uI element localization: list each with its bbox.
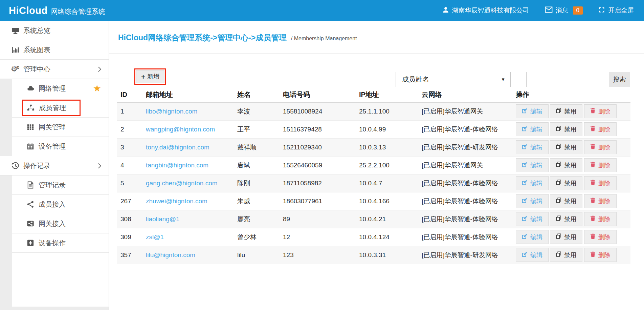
disable-label: 禁用 bbox=[564, 233, 576, 241]
member-ip: 10.0.4.7 bbox=[356, 174, 418, 192]
member-name: 廖亮 bbox=[234, 210, 280, 228]
member-id: 308 bbox=[117, 210, 142, 228]
messages-menu[interactable]: 消息 0 bbox=[545, 6, 583, 15]
member-email-link[interactable]: liaoliang@1 bbox=[146, 215, 180, 223]
account-menu[interactable]: 湖南华辰智通科技有限公司 bbox=[442, 6, 529, 15]
member-phone: 89 bbox=[280, 210, 356, 228]
sidebar-item-network-management[interactable]: 网络管理 ★ bbox=[12, 79, 109, 98]
messages-badge: 0 bbox=[573, 6, 583, 15]
page-title: HiCloud网络综合管理系统->管理中心->成员管理 bbox=[118, 33, 287, 42]
edit-button[interactable]: 编辑 bbox=[516, 176, 549, 190]
search-input[interactable] bbox=[526, 72, 609, 87]
delete-button[interactable]: 删除 bbox=[584, 194, 617, 208]
column-header-network: 云网络 bbox=[418, 87, 512, 102]
delete-button[interactable]: 删除 bbox=[584, 176, 617, 190]
delete-button[interactable]: 删除 bbox=[584, 122, 617, 136]
member-email-link[interactable]: libo@hignton.com bbox=[146, 108, 197, 115]
search-button[interactable]: 搜索 bbox=[609, 72, 630, 87]
edit-button[interactable]: 编辑 bbox=[516, 140, 549, 154]
fullscreen-toggle[interactable]: 开启全屏 bbox=[598, 6, 634, 15]
disable-button[interactable]: 禁用 bbox=[550, 248, 582, 262]
member-email-link[interactable]: lilu@hignton.com bbox=[146, 251, 195, 259]
edit-button[interactable]: 编辑 bbox=[516, 122, 549, 136]
disable-button[interactable]: 禁用 bbox=[550, 104, 582, 118]
edit-label: 编辑 bbox=[530, 251, 542, 259]
delete-button[interactable]: 删除 bbox=[584, 248, 617, 262]
sidebar-item-management-center[interactable]: ⚙⚙ 管理中心 bbox=[0, 60, 109, 79]
member-email-link[interactable]: gang.chen@hignton.com bbox=[146, 180, 218, 187]
clone-icon bbox=[556, 233, 561, 241]
edit-button[interactable]: 编辑 bbox=[516, 212, 549, 226]
sidebar-item-label: 设备操作 bbox=[39, 239, 66, 248]
sidebar-item-member-management[interactable]: 成员管理 bbox=[12, 98, 109, 118]
member-phone: 18711058982 bbox=[280, 174, 356, 192]
edit-icon bbox=[522, 162, 528, 169]
file-icon bbox=[25, 181, 36, 189]
disable-button[interactable]: 禁用 bbox=[550, 140, 582, 154]
add-member-button[interactable]: + 新增 bbox=[136, 70, 164, 83]
disable-button[interactable]: 禁用 bbox=[550, 158, 582, 172]
submenu-operation-records: 管理记录 成员接入 网关接入 设备操作 bbox=[0, 175, 109, 310]
clone-icon bbox=[556, 108, 561, 115]
sidebar-item-system-overview[interactable]: 系统总览 bbox=[0, 21, 109, 40]
expand-icon bbox=[598, 6, 605, 15]
edit-label: 编辑 bbox=[530, 197, 542, 205]
delete-label: 删除 bbox=[598, 143, 610, 151]
member-email-link[interactable]: wangping@hignton.com bbox=[146, 126, 215, 133]
member-phone: 15211029340 bbox=[280, 138, 356, 156]
delete-button[interactable]: 删除 bbox=[584, 104, 617, 118]
fullscreen-label: 开启全屏 bbox=[608, 6, 634, 15]
chevron-right-icon bbox=[96, 163, 102, 168]
member-ip: 10.0.4.124 bbox=[356, 228, 418, 246]
delete-button[interactable]: 删除 bbox=[584, 230, 617, 244]
delete-button[interactable]: 删除 bbox=[584, 140, 617, 154]
edit-button[interactable]: 编辑 bbox=[516, 194, 549, 208]
sidebar-item-member-access[interactable]: 成员接入 bbox=[12, 195, 109, 214]
filter-field-select[interactable]: 成员姓名 ▼ bbox=[396, 72, 511, 87]
envelope-icon bbox=[545, 6, 553, 15]
clone-icon bbox=[556, 144, 561, 151]
member-network: [已启用]华辰智通网关 bbox=[418, 102, 512, 120]
messages-label: 消息 bbox=[556, 6, 569, 15]
sidebar-item-gateway-management[interactable]: 网关管理 bbox=[12, 118, 109, 137]
delete-button[interactable]: 删除 bbox=[584, 212, 617, 226]
member-email-link[interactable]: zsl@1 bbox=[146, 233, 164, 241]
edit-label: 编辑 bbox=[530, 161, 542, 169]
disable-button[interactable]: 禁用 bbox=[550, 122, 582, 136]
member-name: lilu bbox=[234, 246, 280, 264]
disable-button[interactable]: 禁用 bbox=[550, 230, 582, 244]
disable-button[interactable]: 禁用 bbox=[550, 194, 582, 208]
sidebar-item-gateway-access[interactable]: 网关接入 bbox=[12, 214, 109, 233]
sidebar-item-management-records[interactable]: 管理记录 bbox=[12, 175, 109, 195]
column-header-phone: 电话号码 bbox=[280, 87, 356, 102]
member-email-link[interactable]: tony.dai@hignton.com bbox=[146, 144, 209, 151]
edit-button[interactable]: 编辑 bbox=[516, 230, 549, 244]
sidebar-item-label: 操作记录 bbox=[23, 161, 50, 170]
table-row: 3 tony.dai@hignton.com 戴祥顺 15211029340 1… bbox=[117, 138, 630, 156]
share-icon bbox=[25, 201, 36, 208]
trash-icon bbox=[590, 251, 596, 259]
edit-label: 编辑 bbox=[530, 107, 542, 116]
app-logo[interactable]: HiCloud 网络综合管理系统 bbox=[9, 5, 105, 16]
sidebar-item-operation-records[interactable]: 操作记录 bbox=[0, 156, 109, 175]
sidebar-item-device-management[interactable]: 设备管理 bbox=[12, 137, 109, 156]
edit-button[interactable]: 编辑 bbox=[516, 248, 549, 262]
sidebar-filler bbox=[12, 253, 109, 307]
sidebar-item-system-charts[interactable]: 系统图表 bbox=[0, 40, 109, 60]
member-email-link[interactable]: tangbin@hignton.com bbox=[146, 162, 208, 169]
edit-button[interactable]: 编辑 bbox=[516, 104, 549, 118]
sidebar-item-device-operation[interactable]: 设备操作 bbox=[12, 233, 109, 253]
member-name: 曾少林 bbox=[234, 228, 280, 246]
delete-button[interactable]: 删除 bbox=[584, 158, 617, 172]
disable-button[interactable]: 禁用 bbox=[550, 176, 582, 190]
member-email-link[interactable]: zhuwei@hignton.com bbox=[146, 198, 207, 205]
disable-button[interactable]: 禁用 bbox=[550, 212, 582, 226]
sidebar-item-label: 成员管理 bbox=[39, 103, 66, 112]
member-network: [已启用]华辰智通网关 bbox=[418, 156, 512, 174]
member-network: [已启用]华辰智通-体验网络 bbox=[418, 120, 512, 138]
plus-icon: + bbox=[141, 73, 145, 80]
desktop-icon bbox=[10, 27, 20, 35]
edit-button[interactable]: 编辑 bbox=[516, 158, 549, 172]
edit-label: 编辑 bbox=[530, 215, 542, 223]
trash-icon bbox=[590, 233, 596, 241]
